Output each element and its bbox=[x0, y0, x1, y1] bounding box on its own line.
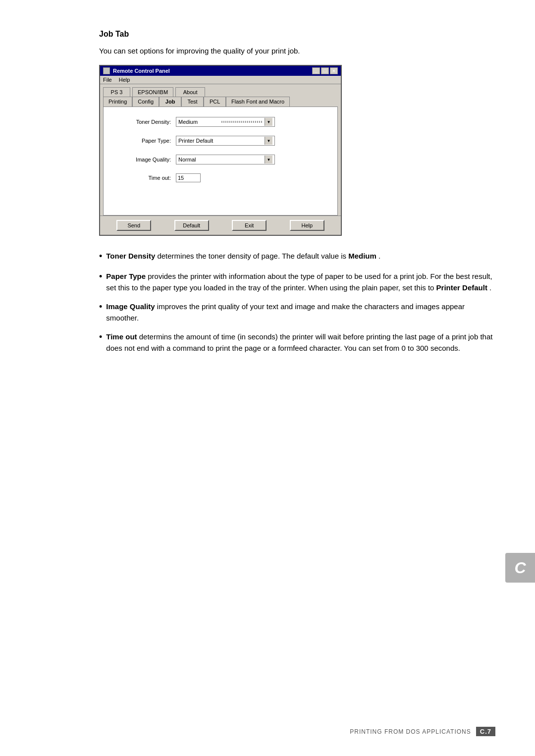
tab-ps3[interactable]: PS 3 bbox=[103, 87, 130, 97]
bullet-dot-3: • bbox=[99, 300, 102, 314]
bullet-dot-1: • bbox=[99, 250, 102, 263]
toner-density-label: Toner Density: bbox=[111, 119, 171, 125]
bullet-text-4: Time out determins the amount of time (i… bbox=[106, 331, 495, 354]
help-button[interactable]: Help bbox=[290, 220, 324, 231]
timeout-label: Time out: bbox=[111, 175, 171, 181]
close-button[interactable]: × bbox=[330, 67, 338, 74]
tab-container: PS 3 EPSON/IBM About Printing Config Job… bbox=[100, 84, 341, 107]
titlebar-left: Remote Control Panel bbox=[103, 67, 170, 74]
image-quality-row: Image Quality: Normal ▼ bbox=[111, 155, 329, 164]
footer-text: Printing From DOS Applications bbox=[350, 728, 471, 735]
section-title: Job Tab bbox=[99, 30, 495, 39]
menu-help[interactable]: Help bbox=[119, 77, 130, 83]
window-titlebar: Remote Control Panel _ □ × bbox=[100, 66, 341, 76]
bullet-list: • Toner Density determines the toner den… bbox=[99, 251, 495, 354]
tab-content-job: Toner Density: Medium ▼ Paper Type: Prin… bbox=[103, 107, 338, 216]
bullet-text-1: Toner Density determines the toner densi… bbox=[106, 251, 495, 262]
toner-density-dropdown[interactable]: Medium ▼ bbox=[176, 117, 275, 127]
tab-job[interactable]: Job bbox=[159, 97, 181, 107]
image-quality-arrow[interactable]: ▼ bbox=[265, 156, 272, 163]
bullet-term-4: Time out bbox=[106, 332, 137, 341]
tab-pcl[interactable]: PCL bbox=[204, 97, 226, 107]
image-quality-label: Image Quality: bbox=[111, 157, 171, 162]
bullet-toner-density: • Toner Density determines the toner den… bbox=[99, 251, 495, 263]
exit-button[interactable]: Exit bbox=[232, 220, 267, 231]
tab-about[interactable]: About bbox=[175, 87, 205, 97]
toner-density-row: Toner Density: Medium ▼ bbox=[111, 117, 329, 127]
default-button[interactable]: Default bbox=[174, 220, 209, 231]
window-icon bbox=[103, 67, 110, 74]
bullet-term-2: Paper Type bbox=[106, 272, 146, 280]
window-title: Remote Control Panel bbox=[113, 68, 170, 74]
bullet-text-2: Paper Type provides the printer with inf… bbox=[106, 271, 495, 293]
timeout-row: Time out: bbox=[111, 173, 329, 182]
tab-row-1: PS 3 EPSON/IBM About bbox=[103, 87, 338, 97]
window-footer: Send Default Exit Help bbox=[100, 216, 341, 235]
paper-type-arrow[interactable]: ▼ bbox=[265, 137, 272, 145]
window-controls: _ □ × bbox=[312, 67, 338, 74]
tab-printing[interactable]: Printing bbox=[103, 97, 132, 107]
bullet-dot-4: • bbox=[99, 330, 102, 344]
bullet-image-quality: • Image Quality improves the print quali… bbox=[99, 301, 495, 324]
intro-text: You can set options for improving the qu… bbox=[99, 47, 495, 55]
toner-density-arrow[interactable]: ▼ bbox=[265, 118, 272, 126]
paper-type-label: Paper Type: bbox=[111, 138, 171, 144]
paper-type-value: Printer Default bbox=[178, 138, 265, 144]
tab-row-2: Printing Config Job Test PCL Flash Font … bbox=[103, 97, 338, 107]
toner-density-value: Medium bbox=[178, 119, 219, 125]
menu-file[interactable]: File bbox=[103, 77, 112, 83]
image-quality-dropdown[interactable]: Normal ▼ bbox=[176, 155, 275, 164]
tab-test[interactable]: Test bbox=[181, 97, 204, 107]
bullet-dot-2: • bbox=[99, 270, 102, 283]
bullet-term-3: Image Quality bbox=[106, 302, 155, 311]
window-menubar: File Help bbox=[100, 76, 341, 84]
paper-type-row: Paper Type: Printer Default ▼ bbox=[111, 136, 329, 146]
maximize-button[interactable]: □ bbox=[321, 67, 329, 74]
remote-control-panel-window: Remote Control Panel _ □ × File Help PS … bbox=[99, 65, 342, 236]
timeout-input[interactable] bbox=[176, 173, 201, 182]
tab-epson-ibm[interactable]: EPSON/IBM bbox=[132, 87, 173, 97]
send-button[interactable]: Send bbox=[116, 220, 151, 231]
footer-badge: C.7 bbox=[476, 727, 495, 736]
tab-flash-font[interactable]: Flash Font and Macro bbox=[226, 97, 290, 107]
bullet-timeout: • Time out determins the amount of time … bbox=[99, 331, 495, 354]
bullet-text-3: Image Quality improves the print quality… bbox=[106, 301, 495, 324]
image-quality-value: Normal bbox=[178, 157, 265, 162]
paper-type-dropdown[interactable]: Printer Default ▼ bbox=[176, 136, 275, 146]
bullet-term-1: Toner Density bbox=[106, 252, 155, 260]
page-footer: Printing From DOS Applications C.7 bbox=[350, 727, 495, 736]
bullet-paper-type: • Paper Type provides the printer with i… bbox=[99, 271, 495, 293]
corner-tab-c: C bbox=[505, 553, 535, 583]
tab-config[interactable]: Config bbox=[132, 97, 159, 107]
minimize-button[interactable]: _ bbox=[312, 67, 320, 74]
